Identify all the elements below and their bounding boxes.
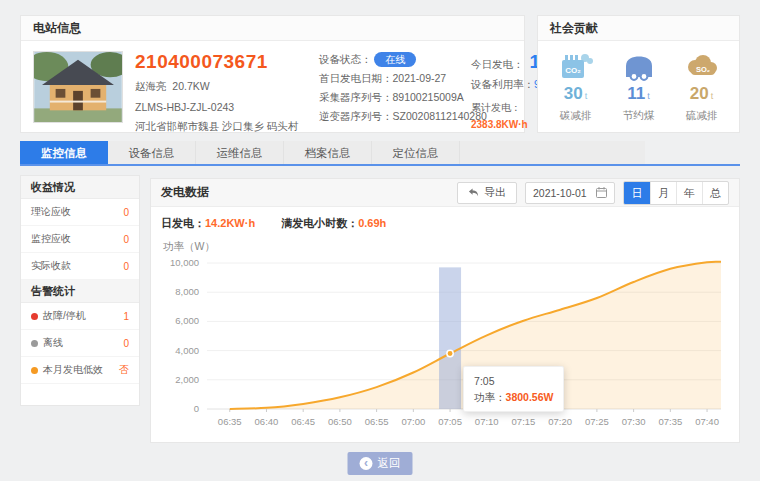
svg-text:06:55: 06:55 [365, 416, 389, 427]
offline-dot [31, 340, 38, 347]
export-arrow-icon [468, 187, 479, 198]
inverter-sn-row: 逆变器序列号：SZ00208112140280 [319, 110, 459, 124]
date-picker[interactable]: 2021-10-01 [525, 182, 615, 204]
station-owner-line: 赵海亮 20.7KW [135, 80, 307, 94]
svg-text:07:10: 07:10 [475, 416, 499, 427]
svg-text:06:50: 06:50 [328, 416, 352, 427]
svg-text:07:20: 07:20 [548, 416, 572, 427]
day-generation-stat: 日发电：14.2KW·h [161, 216, 255, 231]
carbon-label: 碳减排 [546, 109, 606, 123]
device-status-row: 设备状态： 在线 [319, 52, 459, 67]
station-panel-title: 电站信息 [21, 16, 524, 41]
income-row-theoretical: 理论应收 0 [21, 199, 139, 226]
svg-text:SO₂: SO₂ [695, 65, 709, 74]
social-contribution-panel: 社会贡献 CO₂ 30t 碳减排 11t 节约煤 [537, 15, 740, 133]
side-panel: 收益情况 理论应收 0 监控应收 0 实际收款 0 告警统计 故障/停机 1 离… [20, 175, 140, 406]
coal-saved-item: 11t 节约煤 [609, 52, 669, 123]
generation-data-panel: 发电数据 导出 2021-10-01 日 月 年 [150, 178, 740, 443]
svg-text:6,000: 6,000 [175, 315, 199, 326]
carbon-value: 30t [546, 84, 606, 104]
sulfur-reduction-item: SO₂ 20t 硫减排 [672, 52, 732, 123]
svg-text:07:25: 07:25 [585, 416, 609, 427]
range-day-button[interactable]: 日 [624, 182, 650, 204]
full-hours-stat: 满发电小时数：0.69h [281, 216, 386, 231]
svg-text:4,000: 4,000 [175, 345, 199, 356]
low-efficiency-dot [31, 367, 38, 374]
tab-bar: 监控信息 设备信息 运维信息 档案信息 定位信息 [20, 141, 645, 166]
export-button[interactable]: 导出 [457, 182, 517, 204]
tab-archive[interactable]: 档案信息 [284, 141, 372, 166]
power-chart[interactable]: 02,0004,0006,0008,00010,00006:3506:4006:… [161, 255, 729, 443]
income-row-monitored: 监控应收 0 [21, 226, 139, 253]
fault-dot [31, 313, 38, 320]
tooltip-time: 7:05 [474, 373, 553, 389]
tab-operations[interactable]: 运维信息 [196, 141, 284, 166]
tab-location[interactable]: 定位信息 [372, 141, 460, 166]
svg-text:CO₂: CO₂ [565, 66, 581, 75]
station-photo [33, 51, 123, 123]
tooltip-power-value: 3800.56W [506, 391, 554, 403]
alarm-row-low-efficiency: 本月发电低效 否 [21, 357, 139, 384]
svg-text:8,000: 8,000 [175, 286, 199, 297]
svg-text:06:35: 06:35 [218, 416, 242, 427]
coal-truck-icon [621, 52, 657, 82]
total-generation: 累计发电： 2383.8KW·h [471, 101, 528, 130]
svg-text:07:35: 07:35 [658, 416, 682, 427]
income-section-title: 收益情况 [21, 176, 139, 199]
station-address: 河北省邯郸市魏县 沙口集乡 码头村 [135, 120, 307, 134]
tab-underline [20, 164, 740, 166]
svg-text:0: 0 [194, 403, 199, 414]
sulfur-label: 硫减排 [672, 109, 732, 123]
svg-text:10,000: 10,000 [170, 257, 199, 268]
tab-monitoring[interactable]: 监控信息 [20, 141, 108, 166]
svg-text:07:05: 07:05 [438, 416, 462, 427]
date-value: 2021-10-01 [533, 187, 587, 199]
station-id: 210400073671 [135, 51, 307, 73]
status-badge: 在线 [374, 52, 416, 67]
alarm-section-title: 告警统计 [21, 280, 139, 303]
alarm-row-fault: 故障/停机 1 [21, 303, 139, 330]
carbon-reduction-item: CO₂ 30t 碳减排 [546, 52, 606, 123]
station-info-panel: 电站信息 210400073671 赵海亮 20.7KW ZLMS-HBJ-ZJ… [20, 15, 525, 133]
alarm-row-offline: 离线 0 [21, 330, 139, 357]
coal-value: 11t [609, 84, 669, 104]
range-month-button[interactable]: 月 [650, 182, 676, 204]
back-button[interactable]: ‹ 返回 [348, 452, 413, 475]
back-chevron-icon: ‹ [360, 457, 373, 470]
calendar-icon [596, 187, 607, 198]
first-gen-row: 首日发电日期：2021-09-27 [319, 72, 459, 86]
income-row-actual: 实际收款 0 [21, 253, 139, 280]
y-axis-title: 功率（W） [163, 240, 729, 254]
chart-panel-title: 发电数据 [161, 184, 209, 201]
co2-factory-icon: CO₂ [558, 52, 594, 82]
range-segmented-control: 日 月 年 总 [623, 181, 729, 205]
tab-device[interactable]: 设备信息 [108, 141, 196, 166]
svg-text:06:45: 06:45 [291, 416, 315, 427]
chart-tooltip: 7:05 功率：3800.56W [463, 366, 564, 413]
svg-text:2,000: 2,000 [175, 374, 199, 385]
svg-text:07:00: 07:00 [401, 416, 425, 427]
svg-text:07:15: 07:15 [512, 416, 536, 427]
so2-cloud-icon: SO₂ [684, 52, 720, 82]
range-year-button[interactable]: 年 [676, 182, 702, 204]
sulfur-value: 20t [672, 84, 732, 104]
svg-text:07:40: 07:40 [695, 416, 719, 427]
coal-label: 节约煤 [609, 109, 669, 123]
station-capacity: 20.7KW [172, 80, 209, 92]
collector-sn-row: 采集器序列号：89100215009A [319, 91, 459, 105]
station-owner: 赵海亮 [135, 80, 167, 92]
station-device-code: ZLMS-HBJ-ZJL-0243 [135, 101, 307, 113]
svg-text:07:30: 07:30 [622, 416, 646, 427]
svg-text:06:40: 06:40 [255, 416, 279, 427]
social-panel-title: 社会贡献 [538, 16, 739, 41]
range-total-button[interactable]: 总 [702, 182, 728, 204]
